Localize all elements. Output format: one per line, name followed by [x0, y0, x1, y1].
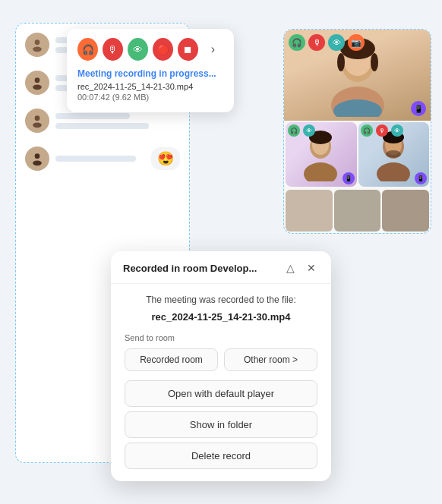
- emoji-reaction: 😍: [151, 147, 180, 170]
- other-room-button[interactable]: Other room >: [224, 348, 317, 371]
- recording-toolbar: 🎧 🎙 👁 🔴 ⏹ ›: [77, 38, 223, 61]
- show-folder-button[interactable]: Show in folder: [125, 411, 317, 438]
- svg-point-4: [35, 115, 40, 121]
- open-player-button[interactable]: Open with default player: [125, 380, 317, 407]
- delete-record-button[interactable]: Delete record: [125, 443, 317, 469]
- thumb-icons-1: 🎧 👁: [288, 124, 315, 137]
- more-button[interactable]: ›: [203, 38, 223, 61]
- svg-point-1: [33, 47, 42, 52]
- recording-meta: 00:07:42 (9.62 MB): [77, 93, 223, 102]
- eye-sm2-icon: 👁: [391, 124, 403, 137]
- chat-row-4: 😍: [25, 146, 180, 171]
- headphones-sm2-icon: 🎧: [361, 124, 373, 137]
- video-mini-3: [382, 190, 429, 232]
- viber-badge-2: 📱: [343, 172, 355, 184]
- video-grid-row: 🎧 👁 📱 🎧 🎙 👁: [284, 121, 431, 188]
- video-thumb-1: 🎧 👁 📱: [286, 122, 357, 187]
- dialog-title: Recorded in room Develop...: [123, 263, 257, 274]
- mic-sm-icon: 🎙: [376, 124, 388, 137]
- dialog-header-icons: △ ✕: [283, 260, 319, 276]
- avatar-3: [25, 109, 49, 133]
- avatar-1: [25, 33, 49, 57]
- avatar-4: [25, 146, 49, 171]
- video-thumb-2: 🎧 🎙 👁 📱: [358, 122, 430, 187]
- svg-point-2: [35, 77, 40, 83]
- video-mini-1: [286, 190, 333, 232]
- chat-line: [55, 156, 136, 162]
- svg-point-23: [386, 150, 401, 158]
- recording-filename: rec_2024-11-25_14-21-30.mp4: [77, 82, 223, 91]
- headphones-sm-icon: 🎧: [288, 124, 300, 137]
- svg-point-7: [33, 161, 42, 166]
- chat-lines-4: [55, 156, 145, 162]
- chat-line: [55, 123, 149, 129]
- video-mini-row: [284, 188, 431, 233]
- svg-point-12: [337, 53, 345, 71]
- headphones-button[interactable]: 🎧: [77, 38, 98, 61]
- stop-button[interactable]: ⏹: [178, 38, 198, 61]
- dialog-header: Recorded in room Develop... △ ✕: [111, 251, 331, 284]
- video-panel: 🎧 🎙 👁 📷 📱 🎧 👁: [283, 29, 431, 234]
- dialog-body: The meeting was recorded to the file: re…: [111, 284, 331, 469]
- close-button[interactable]: ✕: [304, 260, 319, 276]
- recording-status: Meeting recording in progress...: [77, 68, 223, 79]
- video-mini-2: [334, 190, 381, 232]
- thumb-icons-2: 🎧 🎙 👁: [361, 124, 403, 137]
- camera-icon: 📷: [348, 34, 365, 51]
- camera-button[interactable]: 🔴: [153, 38, 173, 61]
- chat-lines-3: [55, 113, 180, 129]
- dialog-filename: rec_2024-11-25_14-21-30.mp4: [125, 311, 317, 323]
- mic-button[interactable]: 🎙: [103, 38, 123, 61]
- eye-sm-icon: 👁: [303, 124, 315, 137]
- svg-point-21: [377, 162, 410, 181]
- svg-point-0: [35, 39, 40, 45]
- svg-point-13: [371, 53, 378, 71]
- send-to-label: Send to room: [125, 333, 317, 342]
- headphones-icon: 🎧: [289, 34, 305, 51]
- viber-badge-3: 📱: [415, 172, 427, 184]
- avatar-2: [25, 71, 49, 95]
- eye-icon: 👁: [328, 34, 345, 51]
- viber-badge: 📱: [411, 101, 426, 116]
- svg-point-5: [33, 123, 42, 128]
- video-main: 🎧 🎙 👁 📷 📱: [284, 30, 431, 121]
- svg-point-3: [33, 85, 42, 90]
- chat-line: [55, 113, 130, 119]
- recorded-room-button[interactable]: Recorded room: [125, 348, 218, 371]
- recording-notification-card: 🎧 🎙 👁 🔴 ⏹ › Meeting recording in progres…: [67, 29, 234, 112]
- video-icons: 🎧 🎙 👁 📷: [289, 34, 365, 51]
- minimize-button[interactable]: △: [283, 260, 298, 276]
- recorded-dialog: Recorded in room Develop... △ ✕ The meet…: [111, 251, 331, 481]
- dialog-description: The meeting was recorded to the file:: [125, 295, 317, 305]
- eye-button[interactable]: 👁: [128, 38, 148, 61]
- svg-point-6: [35, 153, 40, 159]
- mic-icon: 🎙: [308, 34, 325, 51]
- svg-point-17: [304, 162, 337, 181]
- room-buttons: Recorded room Other room >: [125, 348, 317, 371]
